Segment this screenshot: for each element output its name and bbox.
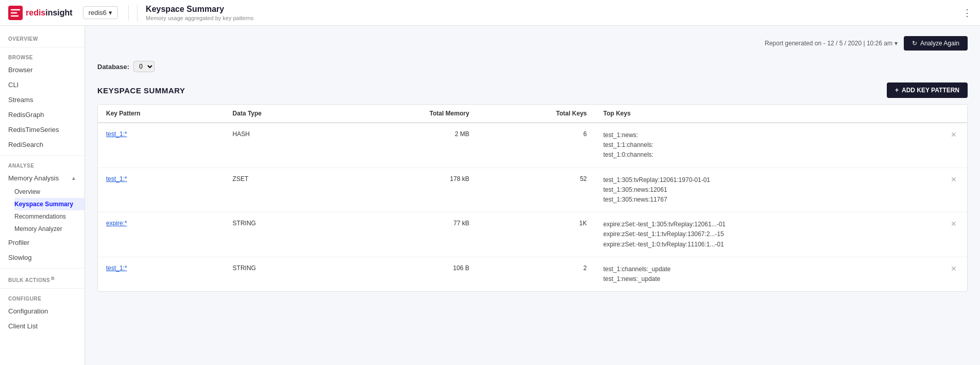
sidebar-item-profiler[interactable]: Profiler bbox=[0, 235, 84, 250]
report-info: Report generated on - 12 / 5 / 2020 | 10… bbox=[765, 40, 898, 47]
sidebar-item-browser[interactable]: Browser bbox=[0, 62, 84, 77]
sidebar-item-keyspace-summary[interactable]: Keyspace Summary bbox=[14, 198, 84, 210]
sidebar-item-overview[interactable]: Overview bbox=[14, 186, 84, 198]
cell-total-keys: 52 bbox=[477, 168, 595, 212]
divider bbox=[0, 288, 84, 289]
database-select[interactable]: 0 1 2 bbox=[133, 61, 154, 72]
col-total-memory: Total Memory bbox=[338, 105, 477, 123]
report-label: Report generated on - bbox=[765, 40, 825, 47]
key-pattern-link[interactable]: expire:* bbox=[106, 220, 127, 227]
cell-key-pattern: test_1:* bbox=[98, 168, 225, 212]
database-selector-row: Database: 0 1 2 bbox=[97, 61, 968, 72]
analyze-icon: ↻ bbox=[912, 40, 917, 47]
add-key-pattern-button[interactable]: + ADD KEY PATTERN bbox=[887, 82, 968, 98]
memory-analysis-label: Memory Analysis bbox=[8, 174, 59, 182]
cell-delete: ✕ bbox=[940, 168, 967, 212]
cell-total-memory: 178 kB bbox=[338, 168, 477, 212]
sidebar-overview-title: OVERVIEW bbox=[0, 32, 84, 44]
keyspace-title: KEYSPACE SUMMARY bbox=[97, 86, 185, 95]
page-title: Keyspace Summary bbox=[146, 5, 962, 14]
col-key-pattern: Key Pattern bbox=[98, 105, 225, 123]
col-data-type: Data Type bbox=[225, 105, 338, 123]
content-topbar: Report generated on - 12 / 5 / 2020 | 10… bbox=[97, 36, 968, 51]
chevron-down-icon: ▾ bbox=[109, 9, 112, 16]
cell-total-memory: 2 MB bbox=[338, 123, 477, 168]
sidebar-item-memory-analyzer[interactable]: Memory Analyzer bbox=[14, 223, 84, 235]
layout: OVERVIEW BROWSE Browser CLI Streams Redi… bbox=[0, 26, 980, 365]
divider bbox=[0, 268, 84, 269]
sidebar: OVERVIEW BROWSE Browser CLI Streams Redi… bbox=[0, 26, 85, 365]
logo-icon bbox=[8, 6, 23, 20]
cell-data-type: HASH bbox=[225, 123, 338, 168]
sidebar-item-redisearch[interactable]: RediSearch bbox=[0, 137, 84, 152]
logo-text: redisinsight bbox=[26, 8, 73, 18]
instance-selector[interactable]: redis6 ▾ bbox=[83, 6, 118, 19]
topbar: redisinsight redis6 ▾ Keyspace Summary M… bbox=[0, 0, 980, 26]
cell-delete: ✕ bbox=[940, 123, 967, 168]
add-icon: + bbox=[895, 87, 899, 94]
col-actions bbox=[940, 105, 967, 123]
cell-delete: ✕ bbox=[940, 212, 967, 257]
table-header-row: Key Pattern Data Type Total Memory Total… bbox=[98, 105, 967, 123]
table-row: expire:* STRING 77 kB 1K expire:zSet:-te… bbox=[98, 212, 967, 257]
sidebar-bulk-title: BULK ACTIONSβ bbox=[0, 272, 84, 285]
key-pattern-link[interactable]: test_1:* bbox=[106, 175, 127, 182]
divider bbox=[0, 47, 84, 47]
sidebar-item-cli[interactable]: CLI bbox=[0, 77, 84, 92]
sidebar-configure-title: CONFIGURE bbox=[0, 292, 84, 304]
content-area: Report generated on - 12 / 5 / 2020 | 10… bbox=[85, 26, 980, 302]
analyze-again-label: Analyze Again bbox=[920, 40, 959, 47]
cell-top-keys: expire:zSet:-test_1:305:tvReplay:12061..… bbox=[595, 212, 940, 257]
col-total-keys: Total Keys bbox=[477, 105, 595, 123]
divider bbox=[0, 155, 84, 156]
sidebar-analyse-title: ANALYSE bbox=[0, 159, 84, 171]
chevron-up-icon: ▲ bbox=[71, 175, 76, 181]
topbar-menu-icon[interactable]: ⋮ bbox=[962, 7, 972, 19]
cell-delete: ✕ bbox=[940, 257, 967, 291]
sidebar-item-redistimeseries[interactable]: RedisTimeSeries bbox=[0, 122, 84, 137]
memory-analysis-row[interactable]: Memory Analysis ▲ bbox=[0, 171, 84, 186]
table-row: test_1:* STRING 106 B 2 test_1:channels:… bbox=[98, 257, 967, 291]
sidebar-item-streams[interactable]: Streams bbox=[0, 92, 84, 107]
cell-data-type: STRING bbox=[225, 257, 338, 291]
cell-key-pattern: test_1:* bbox=[98, 257, 225, 291]
report-date: 12 / 5 / 2020 | 10:26 am bbox=[827, 40, 892, 47]
cell-total-keys: 1K bbox=[477, 212, 595, 257]
cell-key-pattern: test_1:* bbox=[98, 123, 225, 168]
table-row: test_1:* HASH 2 MB 6 test_1:news:test_1:… bbox=[98, 123, 967, 168]
table-row: test_1:* ZSET 178 kB 52 test_1:305:tvRep… bbox=[98, 168, 967, 212]
delete-row-button[interactable]: ✕ bbox=[949, 220, 959, 228]
key-pattern-link[interactable]: test_1:* bbox=[106, 130, 127, 138]
cell-top-keys: test_1:news:test_1:1:channels:test_1:0:c… bbox=[595, 123, 940, 168]
sidebar-item-configuration[interactable]: Configuration bbox=[0, 304, 84, 319]
instance-name: redis6 bbox=[89, 9, 107, 16]
cell-total-keys: 2 bbox=[477, 257, 595, 291]
delete-row-button[interactable]: ✕ bbox=[949, 130, 959, 139]
sidebar-item-recommendations[interactable]: Recommendations bbox=[14, 210, 84, 223]
cell-top-keys: test_1:305:tvReplay:12061:1970-01-01test… bbox=[595, 168, 940, 212]
cell-total-keys: 6 bbox=[477, 123, 595, 168]
cell-data-type: ZSET bbox=[225, 168, 338, 212]
page-title-area: Keyspace Summary Memory usage aggregated… bbox=[137, 5, 962, 21]
cell-total-memory: 106 B bbox=[338, 257, 477, 291]
sidebar-item-slowlog[interactable]: Slowlog bbox=[0, 250, 84, 265]
keyspace-table-container: Key Pattern Data Type Total Memory Total… bbox=[97, 104, 968, 292]
sidebar-item-redisgraph[interactable]: RedisGraph bbox=[0, 107, 84, 122]
key-pattern-link[interactable]: test_1:* bbox=[106, 264, 127, 272]
delete-row-button[interactable]: ✕ bbox=[949, 264, 959, 273]
cell-key-pattern: expire:* bbox=[98, 212, 225, 257]
keyspace-table: Key Pattern Data Type Total Memory Total… bbox=[98, 105, 967, 291]
topbar-divider bbox=[128, 5, 129, 21]
add-key-pattern-label: ADD KEY PATTERN bbox=[902, 87, 959, 94]
delete-row-button[interactable]: ✕ bbox=[949, 175, 959, 184]
report-date-dropdown[interactable]: 12 / 5 / 2020 | 10:26 am ▾ bbox=[827, 40, 898, 47]
sidebar-item-client-list[interactable]: Client List bbox=[0, 319, 84, 334]
col-top-keys: Top Keys bbox=[595, 105, 940, 123]
sidebar-browse-title: BROWSE bbox=[0, 51, 84, 62]
database-label: Database: bbox=[97, 63, 129, 71]
main-content: Report generated on - 12 / 5 / 2020 | 10… bbox=[85, 26, 980, 365]
chevron-down-icon: ▾ bbox=[895, 40, 898, 47]
cell-total-memory: 77 kB bbox=[338, 212, 477, 257]
analyze-again-button[interactable]: ↻ Analyze Again bbox=[904, 36, 968, 51]
cell-top-keys: test_1:channels:_updatetest_1:news:_upda… bbox=[595, 257, 940, 291]
